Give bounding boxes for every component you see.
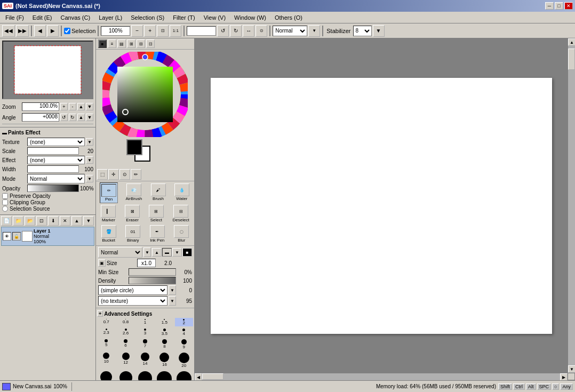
blend-mode-select[interactable]: Normal <box>273 26 307 36</box>
brush-size-item-2.3[interactable]: 2.3 <box>97 327 115 337</box>
eraser-tool-button[interactable]: ⊠ Eraser <box>124 204 141 223</box>
zoom-up-button[interactable]: ▲ <box>77 103 85 110</box>
bs-shape-dropdown-btn[interactable]: ▼ <box>169 285 176 295</box>
scale-slider[interactable] <box>27 147 79 155</box>
layer-lock-icon[interactable]: 🔓 <box>12 232 21 241</box>
angle-input[interactable]: +000° <box>187 26 216 36</box>
vertical-scrollbar[interactable]: ▲ ▼ <box>568 38 575 373</box>
brush-size-item-3.5[interactable]: 3.5 <box>155 327 173 337</box>
binary-tool-button[interactable]: 01 Binary <box>124 224 141 244</box>
h-scroll-track[interactable] <box>202 373 560 380</box>
selection-source-radio[interactable] <box>2 206 8 212</box>
layer-visibility-toggle[interactable]: 👁 <box>3 232 11 241</box>
bs-shape-select[interactable]: (simple circle) <box>98 285 167 295</box>
zoom-fit-button[interactable]: ⊡ <box>157 25 169 37</box>
size-expand-btn[interactable]: ▣ <box>98 259 106 267</box>
adv-toggle-icon[interactable]: + <box>97 310 103 317</box>
color-mode-btn-1[interactable]: ■ <box>98 39 107 48</box>
opacity-slider[interactable] <box>27 185 79 192</box>
shape-point-btn[interactable]: ▼ <box>172 248 182 257</box>
layer-item[interactable]: 👁 🔓 Layer 1 Normal 100% <box>1 227 94 246</box>
brush-size-item-3[interactable]: 3 <box>136 327 154 337</box>
scroll-left-button[interactable]: ◀ <box>195 373 202 380</box>
zoom-down-button[interactable]: ▼ <box>86 103 93 110</box>
blur-tool-button[interactable]: ◌ Blur <box>173 224 190 244</box>
selection-source-row[interactable]: Selection Source <box>2 206 93 212</box>
texture-dropdown-btn[interactable]: ▼ <box>86 138 93 146</box>
paints-toggle-icon[interactable]: ▬ <box>2 130 7 135</box>
bs-size-multiply-input[interactable] <box>137 259 156 267</box>
mode-dropdown-btn[interactable]: ▼ <box>86 175 93 182</box>
effect-select[interactable]: (none) <box>27 156 85 164</box>
layer-delete-button[interactable]: ✕ <box>60 216 70 226</box>
brush-size-item-12[interactable]: 12 <box>116 351 134 369</box>
maximize-button[interactable]: □ <box>555 2 563 10</box>
layer-merge-button[interactable]: ⬇ <box>48 216 59 226</box>
clipping-group-checkbox[interactable] <box>2 199 8 205</box>
color-mode-btn-5[interactable]: ⊟ <box>137 39 145 48</box>
preserve-opacity-checkbox[interactable] <box>2 193 8 199</box>
horizontal-scrollbar[interactable]: ◀ ▶ <box>195 373 568 380</box>
selection-checkbox-label[interactable]: Selection <box>64 28 95 34</box>
nav-forward-button[interactable]: ▶ <box>47 25 59 37</box>
scroll-down-button[interactable]: ▼ <box>568 365 575 373</box>
inkpen-tool-button[interactable]: ✒ Ink Pen <box>149 224 166 244</box>
menu-window[interactable]: Window (W) <box>230 13 270 22</box>
color-mode-btn-2[interactable]: ≡ <box>108 39 116 48</box>
color-mode-btn-6[interactable]: ⊡ <box>146 39 155 48</box>
width-slider[interactable] <box>27 165 79 173</box>
angle-up-button[interactable]: ▲ <box>77 114 85 121</box>
deselect-tool-button[interactable]: ⊟ Deselect <box>172 204 190 223</box>
undo-button[interactable]: ◀◀ <box>2 25 15 37</box>
marker-tool-button[interactable]: ▎ Marker <box>100 204 117 223</box>
brush-size-item-1[interactable]: 1 <box>136 318 154 326</box>
brush-size-item-50[interactable]: 50 <box>175 370 193 380</box>
color-mode-btn-4[interactable]: ⊞ <box>127 39 135 48</box>
brush-tool-button[interactable]: 🖌 Brush <box>150 182 167 203</box>
advanced-settings-toggle[interactable]: + Advanced Settings <box>97 309 193 318</box>
layer-new-folder-button[interactable]: 📁 <box>13 216 23 226</box>
texture-select[interactable]: (none) <box>27 138 85 146</box>
brush-size-item-14[interactable]: 14 <box>136 351 154 369</box>
angle-cw-button[interactable]: ↻ <box>69 114 76 121</box>
layer-down-button[interactable]: ▼ <box>83 216 94 226</box>
blend-more-button[interactable]: ▼ <box>308 25 320 37</box>
brush-size-item-2.6[interactable]: 2.6 <box>116 327 134 337</box>
bs-density-slider[interactable] <box>129 277 176 284</box>
brush-size-item-10[interactable]: 10 <box>97 351 115 369</box>
v-scroll-track[interactable] <box>568 46 575 365</box>
brush-size-item-1.5[interactable]: 1.5 <box>155 318 173 326</box>
foreground-color-swatch[interactable] <box>126 139 142 155</box>
brush-size-item-40[interactable]: 40 <box>155 370 173 380</box>
zoom-input[interactable] <box>101 26 130 36</box>
stabilizer-dropdown-button[interactable]: ▼ <box>373 25 385 37</box>
minimize-button[interactable]: ─ <box>545 2 554 10</box>
layer-up-button[interactable]: ▲ <box>71 216 82 226</box>
zoom-100-button[interactable]: 1:1 <box>170 25 181 37</box>
move-tool[interactable]: ✛ <box>108 169 119 180</box>
menu-layer[interactable]: Layer (L) <box>94 13 126 22</box>
clipping-group-row[interactable]: Clipping Group <box>2 199 93 205</box>
brush-size-item-16[interactable]: 16 <box>155 351 173 369</box>
preserve-opacity-row[interactable]: Preserve Opacity <box>2 193 93 199</box>
brush-size-item-0.8[interactable]: 0.8 <box>116 318 134 326</box>
stabilizer-select[interactable]: 8 <box>353 26 372 36</box>
mode-select[interactable]: Normal <box>27 174 85 183</box>
selection-checkbox[interactable] <box>64 28 70 34</box>
brush-size-item-5[interactable]: 5 <box>97 338 115 350</box>
magic-wand-tool[interactable]: ✏ <box>131 169 141 180</box>
layer-folder-button[interactable]: 📂 <box>25 216 35 226</box>
menu-filter[interactable]: Filter (T) <box>169 13 199 22</box>
brush-size-item-25[interactable]: 25 <box>97 370 115 380</box>
color-wheel-svg[interactable] <box>102 52 188 137</box>
drawing-canvas[interactable] <box>211 78 552 334</box>
menu-file[interactable]: File (F) <box>1 13 28 22</box>
select-tool-button[interactable]: ⊞ Select <box>148 204 165 223</box>
brush-size-item-8[interactable]: 8 <box>155 338 173 350</box>
redo-button[interactable]: ▶▶ <box>16 25 29 37</box>
brush-size-item-7[interactable]: 7 <box>136 338 154 350</box>
menu-canvas[interactable]: Canvas (C) <box>57 13 95 22</box>
bs-texture-select[interactable]: (no texture) <box>98 296 167 306</box>
rotate-cw-button[interactable]: ↻ <box>230 25 242 37</box>
selection-rect-tool[interactable]: ⬚ <box>97 169 108 180</box>
